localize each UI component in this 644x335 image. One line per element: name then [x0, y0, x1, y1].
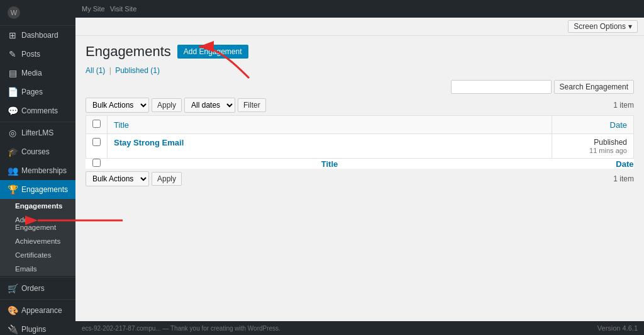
orders-icon: 🛒 [8, 283, 18, 293]
sidebar-item-plugins[interactable]: 🔌 Plugins [0, 320, 75, 335]
engagements-table: Title Date Stay Strong Email Pu [86, 115, 634, 169]
page-header: Engagements Add Engagement [86, 43, 634, 60]
row-date-status: Published [558, 138, 627, 147]
appearance-icon: 🎨 [8, 305, 18, 315]
table-body: Stay Strong Email Published 11 mins ago [86, 134, 634, 159]
engagements-sidebar-arrow [75, 202, 126, 239]
title-sort-link[interactable]: Title [114, 120, 129, 130]
tablenav-top: Bulk Actions Apply All dates Filter 1 it… [86, 98, 634, 113]
select-all-footer-checkbox[interactable] [92, 159, 101, 167]
screen-options-button[interactable]: Screen Options ▾ [568, 20, 638, 33]
tablenav-bottom: Bulk Actions Apply 1 item [86, 171, 634, 186]
row-date-cell: Published 11 mins ago [552, 134, 634, 159]
sidebar-item-engagements[interactable]: 🏆 Engagements [0, 180, 75, 199]
apply-top-button[interactable]: Apply [152, 98, 182, 112]
comments-icon: 💬 [8, 106, 18, 116]
sidebar-sub-emails[interactable]: Emails [0, 262, 75, 276]
search-area: Search Engagement [86, 80, 634, 94]
wp-icon: W [8, 6, 20, 19]
title-column-header[interactable]: Title [108, 116, 552, 134]
posts-icon: ✎ [8, 49, 18, 59]
sidebar-sub-engagements[interactable]: Engagements [0, 199, 75, 213]
admin-topbar: My Site Visit Site [75, 0, 644, 18]
item-count-top: 1 item [613, 101, 634, 110]
version-text: Version 4.6.1 [597, 324, 638, 332]
select-all-header [86, 116, 108, 134]
topbar-site-link[interactable]: My Site [82, 5, 105, 13]
filter-published-link[interactable]: Published (1) [115, 66, 160, 75]
page-title: Engagements [86, 43, 171, 60]
date-footer-sort-link[interactable]: Date [616, 159, 633, 169]
memberships-icon: 👥 [8, 166, 18, 176]
sidebar-item-media[interactable]: ▤ Media [0, 64, 75, 82]
sidebar-item-lifterlms[interactable]: ◎ LifterLMS [0, 123, 75, 142]
select-all-checkbox[interactable] [92, 120, 101, 128]
tablenav-bottom-left: Bulk Actions Apply [86, 171, 182, 186]
topbar-visit[interactable]: Visit Site [110, 5, 137, 13]
apply-bottom-button[interactable]: Apply [152, 172, 182, 186]
row-checkbox[interactable] [92, 138, 101, 146]
row-date-ago: 11 mins ago [558, 147, 627, 154]
bulk-actions-bottom-select[interactable]: Bulk Actions [86, 171, 149, 186]
sidebar-sub-achievements[interactable]: Achievements [0, 234, 75, 248]
search-button[interactable]: Search Engagement [554, 80, 634, 94]
sidebar-item-dashboard[interactable]: ⊞ Dashboard [0, 26, 75, 45]
page-content: Engagements Add Engagement All (1) | [75, 36, 644, 321]
sidebar-item-pages[interactable]: 📄 Pages [0, 82, 75, 101]
filter-button[interactable]: Filter [238, 98, 266, 112]
table-row: Stay Strong Email Published 11 mins ago [86, 134, 634, 159]
sidebar-item-appearance[interactable]: 🎨 Appearance [0, 301, 75, 320]
bottom-bar-text: ecs-92-202-217-87.compu... — Thank you f… [82, 325, 280, 332]
bottom-bar: ecs-92-202-217-87.compu... — Thank you f… [75, 321, 644, 335]
lifterlms-icon: ◎ [8, 128, 18, 138]
row-checkbox-cell [86, 134, 108, 159]
date-sort-link[interactable]: Date [610, 120, 627, 130]
item-count-bottom: 1 item [613, 174, 634, 183]
filter-all-link[interactable]: All (1) [86, 66, 108, 75]
bulk-actions-top-select[interactable]: Bulk Actions [86, 98, 149, 113]
sidebar-item-orders[interactable]: 🛒 Orders [0, 279, 75, 298]
search-input[interactable] [451, 80, 552, 94]
filter-links: All (1) | Published (1) [86, 66, 634, 75]
sidebar-sub-add-engagement[interactable]: Add Engagement [0, 213, 75, 234]
engagements-submenu: Engagements Add Engagement Achievements … [0, 199, 75, 276]
date-filter-select[interactable]: All dates [184, 98, 235, 113]
add-engagement-button[interactable]: Add Engagement [177, 45, 248, 59]
screen-options-arrow-icon: ▾ [628, 22, 632, 31]
sidebar-item-comments[interactable]: 💬 Comments [0, 101, 75, 120]
date-footer-header[interactable]: Date [552, 159, 634, 169]
engagements-icon: 🏆 [8, 185, 18, 195]
media-icon: ▤ [8, 68, 18, 78]
sidebar-item-posts[interactable]: ✎ Posts [0, 45, 75, 64]
plugins-icon: 🔌 [8, 324, 18, 334]
title-footer-sort-link[interactable]: Title [321, 159, 338, 169]
dashboard-icon: ⊞ [8, 30, 18, 40]
sidebar: W ⊞ Dashboard ✎ Posts ▤ Media 📄 Pages 💬 … [0, 0, 75, 335]
sidebar-sub-certificates[interactable]: Certificates [0, 248, 75, 262]
screen-options-bar: Screen Options ▾ [75, 18, 644, 36]
sidebar-item-courses[interactable]: 🎓 Courses [0, 142, 75, 161]
sidebar-logo: W [0, 0, 75, 26]
courses-icon: 🎓 [8, 147, 18, 157]
row-title-link[interactable]: Stay Strong Email [114, 138, 184, 147]
sidebar-item-memberships[interactable]: 👥 Memberships [0, 161, 75, 180]
row-title-cell: Stay Strong Email [108, 134, 552, 159]
header-area: Engagements Add Engagement [86, 43, 634, 60]
tablenav-top-left: Bulk Actions Apply All dates Filter [86, 98, 266, 113]
title-footer-header[interactable]: Title [108, 159, 552, 169]
main-content: My Site Visit Site Screen Options ▾ Enga… [75, 0, 644, 335]
date-column-header[interactable]: Date [552, 116, 634, 134]
pages-icon: 📄 [8, 87, 18, 97]
select-all-footer [86, 159, 108, 169]
